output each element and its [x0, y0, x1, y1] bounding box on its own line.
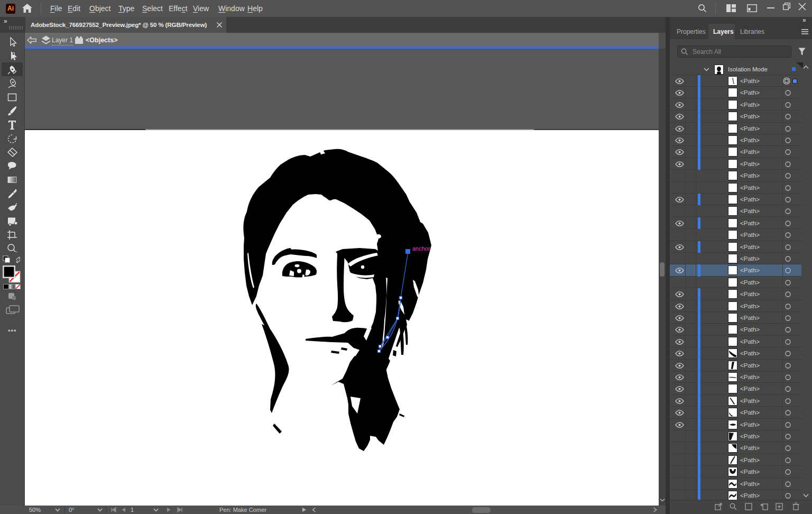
svg-text:anchor: anchor — [412, 245, 430, 252]
